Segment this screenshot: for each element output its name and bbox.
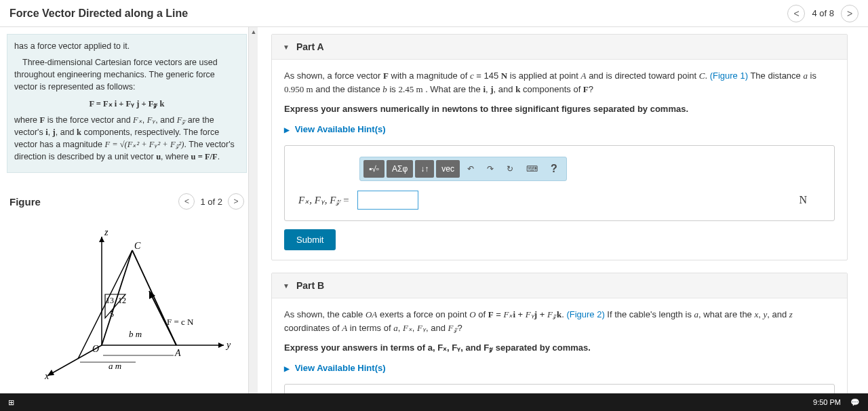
keyboard-button[interactable]: ⌨ — [521, 160, 543, 178]
part-a-express: Express your answers numerically in newt… — [284, 102, 835, 116]
part-a-hints-toggle[interactable]: ▶ View Available Hint(s) — [284, 123, 835, 136]
part-a-body: As shown, a force vector F with a magnit… — [272, 60, 847, 260]
part-b-prompt: As shown, the cable OA exerts a force on… — [284, 308, 835, 334]
axis-x-label: x — [44, 371, 50, 379]
collapse-icon: ▼ — [283, 43, 290, 51]
info-explanation: where F is the force vector and Fₓ, Fᵧ, … — [14, 114, 239, 163]
triangle-13: 13 — [106, 296, 114, 305]
answer-input[interactable] — [357, 191, 418, 210]
equation-toolbar: ▪√▫ ΑΣφ ↓↑ vec ↶ ↷ ↻ ⌨ ? — [359, 157, 567, 181]
figure-nav: < 1 of 2 > — [178, 193, 244, 210]
point-c-label: C — [134, 241, 141, 251]
figure-diagram: z y x C O A 13 12 5 b m a m F = c N — [7, 210, 247, 393]
part-a-answer-box: ▪√▫ ΑΣφ ↓↑ vec ↶ ↷ ↻ ⌨ ? Fₓ, Fᵧ, F𝓏 = N — [284, 145, 835, 221]
prev-page-button[interactable]: < — [787, 5, 805, 22]
taskbar-time: 9:50 PM — [813, 398, 841, 406]
answer-row: Fₓ, Fᵧ, F𝓏 = N — [298, 191, 821, 210]
greek-button[interactable]: ΑΣφ — [387, 160, 413, 178]
figure-next-button[interactable]: > — [228, 193, 244, 210]
point-a-label: A — [174, 348, 181, 358]
info-para-2: Three-dimensional Cartesian force vector… — [14, 56, 239, 93]
part-b-express: Express your answers in terms of a, Fₓ, … — [284, 341, 835, 355]
triangle-5: 5 — [110, 309, 114, 319]
next-page-button[interactable]: > — [841, 5, 859, 22]
axis-z-label: z — [104, 227, 108, 237]
chevron-right-icon: ▶ — [284, 365, 290, 372]
figure-title: Figure — [9, 196, 41, 208]
part-b-box: ▼ Part B As shown, the cable OA exerts a… — [271, 273, 848, 393]
reset-button[interactable]: ↻ — [501, 160, 519, 178]
info-line-1: has a force vector applied to it. — [14, 40, 239, 52]
vec-button[interactable]: vec — [436, 160, 460, 178]
figure-prev-button[interactable]: < — [178, 193, 195, 210]
left-column: ▲ has a force vector applied to it. Thre… — [0, 27, 258, 393]
figure-count: 1 of 2 — [200, 197, 222, 207]
part-a-header[interactable]: ▼ Part A — [272, 35, 847, 60]
svg-marker-1 — [218, 342, 224, 348]
info-box: has a force vector applied to it. Three-… — [7, 34, 247, 173]
page-title: Force Vector Directed along a Line — [9, 7, 188, 20]
figure-header: Figure < 1 of 2 > — [7, 193, 247, 210]
part-b-answer-box: ▪√▫ ΑΣφ ↓↑ vec ↶ ↷ ↻ ⌨ ? — [284, 384, 835, 393]
part-b-title: Part B — [296, 280, 324, 291]
part-a-box: ▼ Part A As shown, a force vector F with… — [271, 34, 848, 260]
axis-y-label: y — [225, 340, 231, 350]
left-scrollbar[interactable]: ▲ — [248, 27, 258, 393]
start-icon[interactable]: ⊞ — [8, 398, 14, 407]
answer-unit: N — [799, 192, 807, 208]
figure-svg: z y x C O A 13 12 5 b m a m F = c N — [27, 223, 231, 379]
answer-label: Fₓ, Fᵧ, F𝓏 = — [298, 193, 349, 208]
main-content: ▲ has a force vector applied to it. Thre… — [0, 27, 868, 393]
right-column: ▼ Part A As shown, a force vector F with… — [258, 27, 868, 393]
taskbar-left: ⊞ — [8, 398, 14, 407]
collapse-icon: ▼ — [283, 282, 290, 290]
triangle-12: 12 — [118, 296, 126, 305]
page-count: 4 of 8 — [812, 8, 834, 18]
updown-button[interactable]: ↓↑ — [415, 160, 434, 178]
part-a-title: Part A — [296, 41, 324, 52]
point-o-label: O — [92, 344, 99, 354]
redo-button[interactable]: ↷ — [481, 160, 499, 178]
figure-1-link[interactable]: (Figure 1) — [710, 71, 748, 81]
page-header: Force Vector Directed along a Line < 4 o… — [0, 0, 868, 27]
template-button[interactable]: ▪√▫ — [363, 160, 384, 178]
figure-2-link[interactable]: (Figure 2) — [566, 309, 604, 319]
chevron-right-icon: ▶ — [284, 126, 290, 134]
dim-am: a m — [108, 361, 121, 371]
help-button[interactable]: ? — [545, 160, 563, 178]
header-nav: < 4 of 8 > — [787, 5, 859, 22]
part-b-body: As shown, the cable OA exerts a force on… — [272, 298, 847, 393]
part-b-header[interactable]: ▼ Part B — [272, 273, 847, 298]
notification-icon[interactable]: 💬 — [850, 398, 860, 407]
force-label: F = c N — [167, 317, 194, 327]
windows-taskbar[interactable]: ⊞ 9:50 PM 💬 — [0, 393, 868, 411]
part-b-hints-toggle[interactable]: ▶ View Available Hint(s) — [284, 361, 835, 375]
part-a-prompt: As shown, a force vector F with a magnit… — [284, 69, 835, 96]
dim-bm: b m — [129, 329, 142, 339]
scroll-up-icon[interactable]: ▲ — [249, 27, 258, 37]
force-vector-formula: F = Fₓ i + Fᵧ j + F𝓏 k — [14, 98, 239, 110]
svg-marker-3 — [99, 237, 104, 242]
submit-button[interactable]: Submit — [284, 229, 336, 250]
undo-button[interactable]: ↶ — [462, 160, 479, 178]
